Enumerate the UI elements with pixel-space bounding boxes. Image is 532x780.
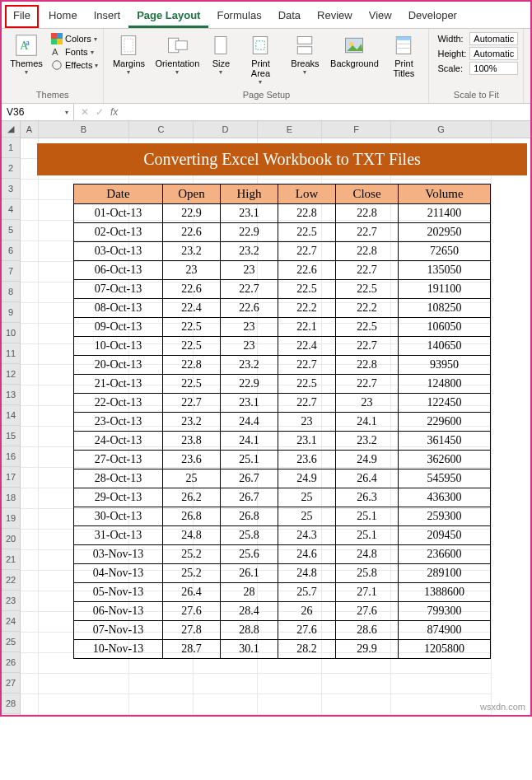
ribbon-content: Aa Themes▾ Colors▾ A Fonts▾ Effects▾ The… bbox=[2, 29, 530, 104]
table-row: 03-Nov-1325.225.624.624.8236600 bbox=[74, 544, 491, 563]
table-header: Date bbox=[74, 184, 163, 203]
tab-insert[interactable]: Insert bbox=[86, 5, 129, 28]
row-header[interactable]: 23 bbox=[2, 591, 20, 611]
colors-button[interactable]: Colors▾ bbox=[51, 32, 98, 45]
row-header[interactable]: 13 bbox=[2, 385, 20, 405]
tab-file[interactable]: File bbox=[5, 5, 39, 28]
tab-data[interactable]: Data bbox=[270, 5, 309, 28]
group-page-setup: Margins▾ Orientation▾ Size▾ Print Area▾ … bbox=[104, 29, 429, 103]
row-header[interactable]: 28 bbox=[2, 694, 20, 714]
chevron-down-icon: ▾ bbox=[25, 69, 28, 77]
row-header[interactable]: 9 bbox=[2, 302, 20, 323]
select-all-corner[interactable]: ◢ bbox=[2, 121, 20, 138]
row-header[interactable]: 24 bbox=[2, 611, 20, 632]
row-header[interactable]: 14 bbox=[2, 405, 20, 426]
row-header[interactable]: 5 bbox=[2, 220, 20, 241]
scale-label: Scale: bbox=[437, 63, 466, 73]
row-header[interactable]: 6 bbox=[2, 241, 20, 261]
tab-formulas[interactable]: Formulas bbox=[208, 5, 269, 28]
table-row: 07-Oct-1322.622.722.522.5191100 bbox=[74, 279, 491, 298]
column-header[interactable]: G bbox=[391, 121, 492, 138]
fonts-button[interactable]: A Fonts▾ bbox=[51, 45, 98, 58]
table-row: 30-Oct-1326.826.82525.1259300 bbox=[74, 507, 491, 525]
tab-developer[interactable]: Developer bbox=[400, 5, 465, 28]
fx-label[interactable]: fx bbox=[110, 106, 118, 118]
row-header[interactable]: 25 bbox=[2, 632, 20, 652]
margins-button[interactable]: Margins▾ bbox=[109, 32, 148, 78]
row-header[interactable]: 2 bbox=[2, 158, 20, 179]
table-row: 02-Oct-1322.622.922.522.7202950 bbox=[74, 222, 491, 241]
tab-view[interactable]: View bbox=[361, 5, 400, 28]
table-header: High bbox=[221, 184, 278, 203]
name-box[interactable]: V36 ▾ bbox=[2, 104, 74, 120]
chevron-down-icon: ▾ bbox=[94, 35, 97, 43]
table-row: 27-Oct-1323.625.123.624.9362600 bbox=[74, 450, 491, 469]
column-header[interactable]: B bbox=[39, 121, 129, 138]
orientation-button[interactable]: Orientation▾ bbox=[153, 32, 201, 78]
row-header[interactable]: 21 bbox=[2, 549, 20, 570]
row-headers: ◢ 12345678910111213141516171819202122232… bbox=[2, 121, 21, 715]
height-value[interactable]: Automatic bbox=[469, 47, 518, 60]
row-header[interactable]: 4 bbox=[2, 199, 20, 220]
table-row: 06-Oct-13232322.622.7135050 bbox=[74, 260, 491, 279]
row-header[interactable]: 1 bbox=[2, 138, 20, 158]
column-header[interactable]: D bbox=[194, 121, 258, 138]
themes-button[interactable]: Aa Themes▾ bbox=[7, 32, 46, 78]
row-header[interactable]: 20 bbox=[2, 529, 20, 549]
table-header: Low bbox=[278, 184, 336, 203]
width-value[interactable]: Automatic bbox=[469, 32, 518, 45]
row-header[interactable]: 17 bbox=[2, 467, 20, 488]
cancel-icon[interactable]: ✕ bbox=[81, 106, 89, 118]
table-row: 03-Oct-1323.223.222.722.872650 bbox=[74, 241, 491, 260]
row-header[interactable]: 19 bbox=[2, 508, 20, 529]
table-row: 10-Nov-1328.730.128.229.91205800 bbox=[74, 639, 491, 658]
row-header[interactable]: 27 bbox=[2, 673, 20, 694]
chevron-down-icon: ▾ bbox=[65, 109, 68, 116]
row-header[interactable]: 16 bbox=[2, 446, 20, 467]
table-row: 24-Oct-1323.824.123.123.2361450 bbox=[74, 431, 491, 450]
row-header[interactable]: 10 bbox=[2, 323, 20, 343]
scale-value[interactable]: 100% bbox=[469, 62, 518, 75]
svg-rect-14 bbox=[254, 37, 268, 54]
breaks-button[interactable]: Breaks▾ bbox=[285, 32, 324, 78]
column-header[interactable]: F bbox=[322, 121, 391, 138]
tab-home[interactable]: Home bbox=[40, 5, 86, 28]
row-header[interactable]: 22 bbox=[2, 570, 20, 591]
row-header[interactable]: 11 bbox=[2, 343, 20, 364]
print-area-button[interactable]: Print Area▾ bbox=[240, 32, 280, 88]
tab-review[interactable]: Review bbox=[309, 5, 361, 28]
group-themes: Aa Themes▾ Colors▾ A Fonts▾ Effects▾ The… bbox=[2, 29, 104, 103]
column-header[interactable]: E bbox=[258, 121, 322, 138]
formula-input[interactable] bbox=[124, 104, 530, 120]
print-titles-button[interactable]: Print Titles bbox=[384, 32, 423, 80]
orientation-icon bbox=[166, 34, 189, 57]
print-area-icon bbox=[249, 34, 272, 57]
table-row: 06-Nov-1327.628.42627.6799300 bbox=[74, 601, 491, 620]
column-header[interactable]: A bbox=[21, 121, 39, 138]
size-button[interactable]: Size▾ bbox=[206, 32, 236, 78]
svg-rect-5 bbox=[51, 39, 57, 44]
row-header[interactable]: 18 bbox=[2, 488, 20, 508]
enter-icon[interactable]: ✓ bbox=[96, 106, 104, 118]
row-header[interactable]: 12 bbox=[2, 364, 20, 385]
table-row: 01-Oct-1322.923.122.822.8211400 bbox=[74, 203, 491, 222]
row-header[interactable]: 8 bbox=[2, 282, 20, 302]
svg-rect-6 bbox=[57, 39, 63, 44]
table-header: Open bbox=[163, 184, 221, 203]
formula-bar: V36 ▾ ✕ ✓ fx bbox=[2, 104, 530, 121]
column-header[interactable]: C bbox=[129, 121, 194, 138]
row-header[interactable]: 26 bbox=[2, 652, 20, 673]
row-header[interactable]: 15 bbox=[2, 426, 20, 446]
breaks-icon bbox=[293, 34, 316, 57]
margins-icon bbox=[117, 34, 140, 57]
row-header[interactable]: 3 bbox=[2, 179, 20, 199]
cells-area[interactable]: Converting Excel Workbook to TXT Files D… bbox=[21, 138, 530, 715]
tab-page-layout[interactable]: Page Layout bbox=[128, 5, 208, 28]
effects-button[interactable]: Effects▾ bbox=[51, 58, 98, 72]
background-button[interactable]: Background bbox=[329, 32, 379, 70]
row-header[interactable]: 7 bbox=[2, 261, 20, 282]
group-scale-to-fit: Width: Automatic Height: Automatic Scale… bbox=[429, 29, 524, 103]
table-row: 09-Oct-1322.52322.122.5106050 bbox=[74, 317, 491, 336]
svg-rect-4 bbox=[57, 33, 63, 39]
chevron-down-icon: ▾ bbox=[127, 69, 130, 77]
